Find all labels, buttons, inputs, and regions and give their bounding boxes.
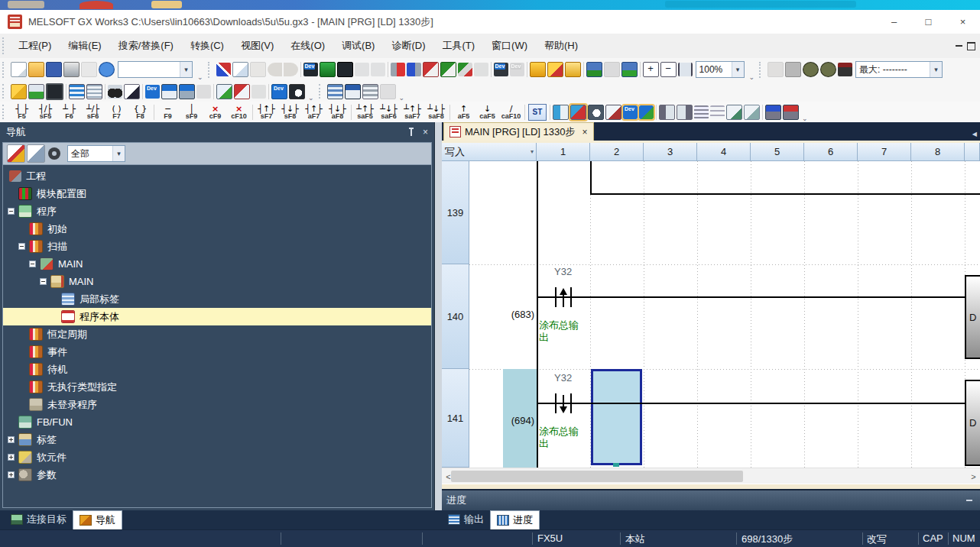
module-find-icon[interactable] bbox=[289, 84, 305, 99]
help-icon[interactable] bbox=[99, 62, 115, 77]
menu-search-replace[interactable]: 搜索/替换(F) bbox=[110, 34, 182, 58]
list-statements-icon[interactable] bbox=[726, 105, 742, 120]
monitor-stop-icon[interactable] bbox=[474, 63, 488, 76]
tree-item-device[interactable]: 软元件 bbox=[3, 448, 431, 466]
pin-icon[interactable] bbox=[407, 128, 415, 137]
tree-collapse-all-icon[interactable] bbox=[27, 144, 45, 163]
maximize-button[interactable]: □ bbox=[911, 10, 946, 34]
convert-icon[interactable] bbox=[530, 62, 546, 77]
ladder-rising-contact-alt-button[interactable]: ┤↑├aF7 bbox=[302, 102, 326, 121]
fit-width-icon[interactable] bbox=[678, 63, 693, 76]
print-icon[interactable] bbox=[63, 62, 80, 77]
edit-wire-icon[interactable] bbox=[553, 105, 569, 120]
bookmark-clear-icon[interactable] bbox=[783, 105, 799, 120]
tree-item-program-body[interactable]: 程序本体 bbox=[3, 308, 431, 325]
check-parameter-icon[interactable] bbox=[820, 62, 836, 77]
collapse-icon[interactable] bbox=[8, 208, 15, 215]
outline-window-icon[interactable] bbox=[69, 84, 85, 99]
io-check-icon[interactable] bbox=[234, 84, 250, 99]
mode-header-cell[interactable]: 写入 ▾ bbox=[442, 143, 537, 161]
device-eye-icon[interactable]: Dev bbox=[271, 84, 287, 99]
dock-tab-navigation[interactable]: 导航 bbox=[73, 510, 122, 529]
menu-help[interactable]: 帮助(H) bbox=[536, 34, 586, 58]
tree-sync-icon[interactable] bbox=[7, 144, 25, 163]
monitor-watch-icon[interactable] bbox=[440, 62, 456, 77]
find-binoculars-icon[interactable] bbox=[108, 85, 122, 99]
device-jump-icon[interactable] bbox=[639, 105, 654, 119]
dropdown-arrow-icon[interactable]: ▾ bbox=[112, 146, 125, 161]
window-tile-icon[interactable] bbox=[362, 84, 378, 99]
contact-device-label[interactable]: Y32 bbox=[554, 372, 572, 384]
navigation-close-icon[interactable]: × bbox=[423, 127, 428, 138]
ladder-falling-contact-alt-button[interactable]: ┤↓├aF8 bbox=[326, 102, 349, 121]
device-find-highlight-icon[interactable]: Dev bbox=[623, 105, 638, 119]
menu-online[interactable]: 在线(O) bbox=[282, 34, 333, 58]
dropdown-arrow-icon[interactable]: ▾ bbox=[531, 148, 536, 155]
project-combobox[interactable]: ▾ bbox=[118, 61, 193, 78]
cut-icon[interactable] bbox=[216, 63, 231, 76]
rung-number-139[interactable]: 139 bbox=[442, 161, 469, 264]
ladder-falling-branch-button[interactable]: ┴↓├saF6 bbox=[377, 102, 401, 121]
menu-project[interactable]: 工程(P) bbox=[10, 34, 60, 58]
cross-reference-icon[interactable] bbox=[196, 85, 211, 99]
stop-block-icon[interactable] bbox=[785, 62, 801, 77]
toolbar-overflow-icon[interactable]: ⌄ bbox=[399, 94, 405, 102]
bookmark-set-icon[interactable] bbox=[765, 105, 781, 120]
dropdown-arrow-icon[interactable]: ▾ bbox=[930, 62, 942, 77]
edit-wire-pen-icon[interactable] bbox=[570, 105, 586, 120]
ladder-open-branch-button[interactable]: ┴ ├F6 bbox=[57, 102, 81, 121]
st-inline-button[interactable]: ST bbox=[528, 104, 547, 121]
collapse-icon[interactable] bbox=[29, 261, 36, 267]
ladder-falling-contact-button[interactable]: ┤↓├sF8 bbox=[278, 102, 302, 121]
tree-item-parameter[interactable]: 参数 bbox=[3, 466, 431, 484]
menu-view[interactable]: 视图(V) bbox=[232, 34, 282, 58]
toolbar-overflow-icon[interactable]: ⌄ bbox=[197, 73, 203, 81]
menu-diagnostics[interactable]: 诊断(D) bbox=[383, 34, 433, 58]
new-project-icon[interactable] bbox=[11, 62, 27, 77]
menu-debug[interactable]: 调试(B) bbox=[333, 34, 383, 58]
watch-window-icon[interactable] bbox=[86, 84, 102, 99]
device-memory-icon[interactable] bbox=[46, 83, 63, 100]
window-list-icon[interactable] bbox=[327, 84, 343, 99]
rung-number-140[interactable]: 140 bbox=[442, 264, 469, 369]
monitor-mode-icon[interactable] bbox=[586, 62, 602, 77]
ladder-falling-branch-alt-button[interactable]: ┴↓├saF8 bbox=[424, 102, 448, 121]
device-tree-icon[interactable] bbox=[179, 84, 195, 99]
enter-line-icon[interactable] bbox=[838, 63, 852, 76]
paste-icon[interactable] bbox=[250, 62, 266, 77]
history-icon[interactable] bbox=[81, 62, 97, 77]
device-display-icon[interactable]: Dev bbox=[494, 63, 508, 76]
dock-tab-connection[interactable]: 连接目标 bbox=[5, 510, 73, 529]
expand-icon[interactable] bbox=[8, 454, 15, 461]
ladder-rising-branch-button[interactable]: ┴↑├saF5 bbox=[353, 102, 377, 121]
ladder-open-contact-button[interactable]: ┤ ├F5 bbox=[10, 102, 34, 121]
ladder-closed-contact-button[interactable]: ┤/├sF5 bbox=[34, 102, 57, 121]
simulation-icon[interactable] bbox=[621, 62, 638, 77]
minimize-button[interactable]: – bbox=[877, 10, 911, 34]
tree-item-local-label[interactable]: 局部标签 bbox=[3, 290, 431, 308]
panel-splitter[interactable] bbox=[435, 122, 442, 510]
collapse-statements-icon[interactable] bbox=[710, 105, 725, 119]
dock-tab-progress[interactable]: 进度 bbox=[490, 510, 540, 529]
ladder-hline-button[interactable]: ─F9 bbox=[156, 102, 180, 121]
tree-item-unregistered[interactable]: 未登录程序 bbox=[3, 396, 431, 413]
device-display-off-icon[interactable]: Dev bbox=[510, 63, 524, 76]
tab-scroll-left-icon[interactable]: ◀ bbox=[972, 131, 980, 141]
convert-online-icon[interactable] bbox=[547, 62, 563, 77]
open-project-icon[interactable] bbox=[28, 62, 44, 77]
write-to-plc-icon[interactable] bbox=[391, 63, 405, 76]
tab-main-prg[interactable]: MAIN [PRG] [LD] 1330步 × bbox=[443, 122, 594, 141]
tree-item-initial[interactable]: 初始 bbox=[3, 220, 431, 238]
tree-item-main-block[interactable]: MAIN bbox=[3, 273, 431, 290]
ladder-delete-vline-button[interactable]: ×cF10 bbox=[227, 102, 251, 121]
device-list-icon[interactable] bbox=[161, 84, 177, 99]
statement-icon[interactable] bbox=[251, 85, 266, 99]
ladder-closed-branch-button[interactable]: ┴/├sF6 bbox=[81, 102, 105, 121]
element-selection-icon[interactable] bbox=[28, 84, 44, 99]
ladder-rising-contact-button[interactable]: ┤↑├sF7 bbox=[255, 102, 278, 121]
note-edit-icon[interactable] bbox=[744, 105, 760, 120]
find-next-icon[interactable] bbox=[371, 63, 385, 76]
tree-filter-combobox[interactable]: 全部 ▾ bbox=[67, 145, 125, 162]
copy-icon[interactable] bbox=[232, 62, 248, 77]
mdi-minimize-icon[interactable] bbox=[956, 45, 962, 47]
